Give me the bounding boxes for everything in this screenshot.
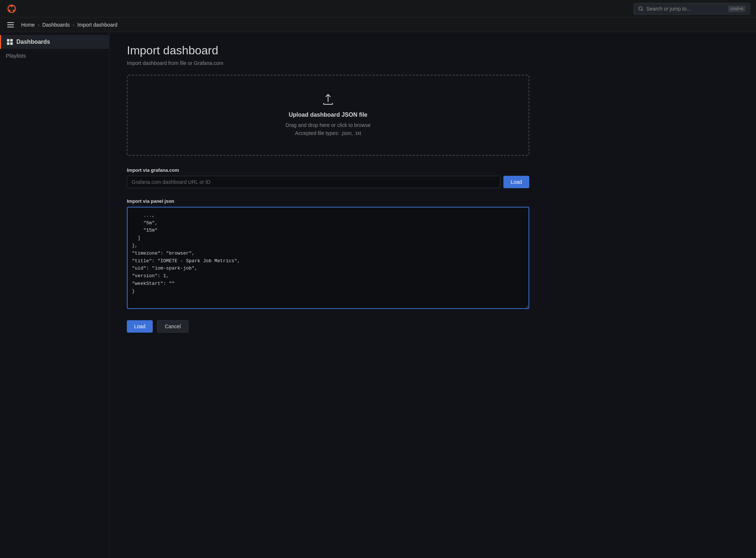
upload-hint: Drag and drop here or click to browse Ac… bbox=[145, 121, 511, 137]
main-content: Import dashboard Import dashboard from f… bbox=[109, 32, 547, 558]
hamburger-menu-icon[interactable] bbox=[6, 21, 15, 29]
topbar-left bbox=[6, 3, 17, 15]
svg-line-6 bbox=[642, 9, 643, 11]
action-row: Load Cancel bbox=[127, 320, 529, 333]
search-icon bbox=[638, 6, 643, 11]
svg-point-3 bbox=[13, 9, 15, 11]
json-textarea[interactable]: ..., "5m", "15m" ] }, "timezone": "brows… bbox=[127, 207, 529, 309]
import-via-grafana-row: Load bbox=[127, 176, 529, 188]
breadcrumb-separator-1: › bbox=[38, 22, 39, 28]
import-via-grafana-label: Import via grafana.com bbox=[127, 167, 529, 173]
search-shortcut: cmd+k bbox=[728, 5, 745, 12]
search-bar[interactable]: Search or jump to... cmd+k bbox=[634, 3, 750, 15]
sidebar: Dashboards Playlists bbox=[0, 32, 109, 558]
page-title: Import dashboard bbox=[127, 44, 529, 57]
upload-hint-line1: Drag and drop here or click to browse bbox=[285, 122, 370, 128]
import-via-grafana-section: Import via grafana.com Load bbox=[127, 167, 529, 188]
grafana-load-button[interactable]: Load bbox=[503, 176, 529, 188]
search-bar-text: Search or jump to... bbox=[646, 6, 725, 12]
main-layout: Dashboards Playlists Import dashboard Im… bbox=[0, 0, 756, 558]
svg-point-4 bbox=[9, 9, 11, 11]
grafana-url-input[interactable] bbox=[127, 176, 500, 188]
upload-area[interactable]: Upload dashboard JSON file Drag and drop… bbox=[127, 75, 529, 156]
dashboards-icon bbox=[7, 39, 13, 45]
upload-hint-line2: Accepted file types: .json, .txt bbox=[295, 130, 361, 136]
import-via-json-section: Import via panel json ..., "5m", "15m" ]… bbox=[127, 198, 529, 310]
load-button[interactable]: Load bbox=[127, 320, 153, 333]
upload-icon bbox=[322, 93, 335, 107]
topbar: Search or jump to... cmd+k bbox=[0, 0, 756, 18]
cancel-button[interactable]: Cancel bbox=[157, 320, 188, 333]
breadcrumb-section[interactable]: Dashboards bbox=[42, 22, 70, 28]
upload-title: Upload dashboard JSON file bbox=[145, 112, 511, 118]
sidebar-item-dashboards-label: Dashboards bbox=[16, 39, 50, 45]
sidebar-item-dashboards[interactable]: Dashboards bbox=[0, 35, 109, 49]
breadcrumb-separator-2: › bbox=[73, 22, 75, 28]
grafana-logo bbox=[6, 3, 17, 15]
sidebar-item-playlists-label: Playlists bbox=[6, 53, 26, 59]
page-subtitle: Import dashboard from file or Grafana.co… bbox=[127, 60, 529, 66]
breadcrumb-bar: Home › Dashboards › Import dashboard bbox=[0, 18, 756, 32]
breadcrumb-current: Import dashboard bbox=[77, 22, 117, 28]
sidebar-item-playlists[interactable]: Playlists bbox=[0, 49, 109, 62]
import-via-json-label: Import via panel json bbox=[127, 198, 529, 204]
breadcrumb-home[interactable]: Home bbox=[21, 22, 35, 28]
svg-point-2 bbox=[11, 5, 13, 7]
